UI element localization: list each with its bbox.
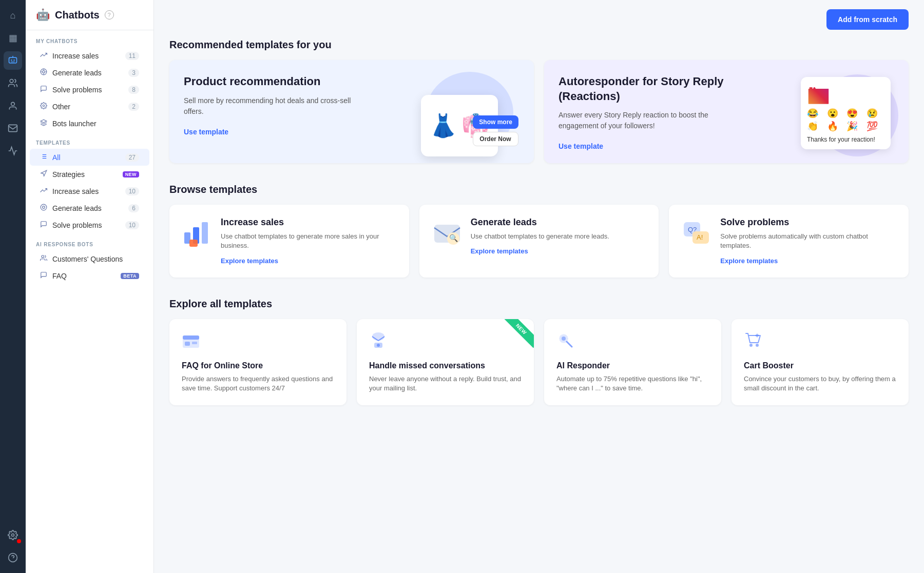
svg-point-15	[43, 105, 45, 107]
svg-rect-40	[192, 342, 197, 344]
recommended-grid: Product recommendation Sell more by reco…	[169, 60, 909, 163]
explore-missed-conversations: NEW Handle missed conversations Never le…	[357, 319, 534, 405]
help-bottom-icon[interactable]	[4, 548, 22, 567]
use-template-link-0[interactable]: Use template	[184, 128, 228, 136]
card-title: Product recommendation	[184, 74, 369, 89]
svg-point-6	[12, 534, 14, 537]
svg-text:🔍: 🔍	[449, 234, 458, 243]
browse-card-desc-2: Solve problems automatically with custom…	[720, 232, 896, 250]
instagram-illustration: 📷 😂 😮 😍 😢 👏 🔥 🎉 💯	[785, 70, 898, 163]
sidebar-item-customers-questions[interactable]: Customers' Questions	[30, 250, 149, 267]
browse-card-title-0: Increase sales	[221, 217, 397, 228]
explore-card-title-2: AI Responder	[556, 361, 709, 370]
template-generate-leads-icon	[40, 204, 47, 212]
explore-grid: FAQ for Online Store Provide answers to …	[169, 319, 909, 405]
recommended-section-title: Recommended templates for you	[169, 39, 909, 51]
svg-point-3	[10, 80, 13, 83]
explore-card-desc-0: Provide answers to frequently asked ques…	[182, 374, 334, 393]
my-chatbots-label: MY CHATBOTS	[26, 30, 153, 47]
svg-point-2	[13, 60, 15, 61]
order-now-btn[interactable]: Order Now	[473, 132, 518, 146]
new-ribbon: NEW	[503, 319, 534, 350]
main-body: Recommended templates for you Product re…	[154, 39, 924, 421]
product-illustration: 👗 👘 Show more Order Now	[411, 70, 524, 163]
browse-increase-sales: Increase sales Use chatbot templates to …	[169, 205, 409, 277]
main-header: Add from scratch	[154, 0, 924, 39]
svg-rect-39	[185, 342, 190, 346]
add-from-scratch-button[interactable]: Add from scratch	[826, 9, 909, 30]
autoresponder-card: Autoresponder for Story Reply (Reactions…	[544, 60, 909, 163]
sidebar-item-solve-problems[interactable]: Solve problems 8	[30, 81, 149, 98]
template-increase-sales-icon	[40, 187, 47, 195]
analytics-icon[interactable]	[4, 142, 22, 160]
browse-card-body: Increase sales Use chatbot templates to …	[221, 217, 397, 265]
explore-ai-responder: AI Responder Automate up to 75% repetiti…	[544, 319, 721, 405]
card-title: Autoresponder for Story Reply (Reactions…	[559, 74, 743, 104]
chatbot-nav-icon[interactable]	[4, 51, 22, 70]
sidebar-item-generate-leads[interactable]: Generate leads 3	[30, 64, 149, 81]
browse-explore-link-0[interactable]: Explore templates	[221, 257, 278, 265]
contact-icon[interactable]	[4, 96, 22, 115]
browse-grid: Increase sales Use chatbot templates to …	[169, 205, 909, 277]
explore-card-desc-2: Automate up to 75% repetitive questions …	[556, 374, 709, 393]
sidebar-header: 🤖 Chatbots ?	[26, 0, 153, 30]
svg-rect-5	[9, 125, 17, 131]
home-icon[interactable]: ⌂	[4, 6, 22, 25]
sidebar-item-template-solve-problems[interactable]: Solve problems 10	[30, 216, 149, 233]
sidebar-item-faq[interactable]: FAQ BETA	[30, 267, 149, 284]
svg-point-43	[377, 344, 380, 347]
browse-card-desc-1: Use chatbot templates to generate more l…	[471, 232, 609, 241]
strategies-icon	[40, 170, 47, 179]
browse-card-title-2: Solve problems	[720, 217, 896, 228]
sidebar-item-template-generate-leads[interactable]: Generate leads 6	[30, 200, 149, 216]
browse-explore-link-2[interactable]: Explore templates	[720, 257, 778, 265]
bots-launcher-icon	[40, 119, 47, 128]
sidebar: 🤖 Chatbots ? MY CHATBOTS Increase sales …	[26, 0, 154, 573]
sidebar-item-all[interactable]: All 27	[30, 149, 149, 166]
explore-card-title-3: Cart Booster	[744, 361, 896, 370]
sidebar-item-increase-sales[interactable]: Increase sales 11	[30, 47, 149, 64]
app-title: Chatbots	[55, 9, 100, 21]
explore-card-title-0: FAQ for Online Store	[182, 361, 334, 370]
app-logo: 🤖	[36, 8, 50, 22]
ai-bots-label: AI RESPONSE BOTS	[26, 233, 153, 250]
browse-generate-leads: 🔍 Generate leads Use chatbot templates t…	[419, 205, 659, 277]
explore-faq-store: FAQ for Online Store Provide answers to …	[169, 319, 346, 405]
other-icon	[40, 102, 47, 111]
people-icon[interactable]	[4, 74, 22, 92]
browse-explore-link-1[interactable]: Explore templates	[471, 247, 528, 255]
browse-solve-problems: Q? A! Solve problems Solve problems auto…	[669, 205, 909, 277]
sidebar-item-strategies[interactable]: Strategies NEW	[30, 166, 149, 183]
use-template-link-1[interactable]: Use template	[559, 142, 603, 150]
card-desc: Answer every Story Reply reaction to boo…	[559, 110, 743, 131]
templates-label: TEMPLATES	[26, 132, 153, 149]
browse-card-body-1: Generate leads Use chatbot templates to …	[471, 217, 609, 255]
svg-rect-0	[9, 57, 17, 63]
all-icon	[40, 153, 47, 162]
svg-point-45	[562, 337, 566, 341]
help-icon[interactable]: ?	[105, 10, 114, 19]
svg-marker-48	[755, 333, 759, 338]
card-content: Autoresponder for Story Reply (Reactions…	[559, 74, 743, 151]
sidebar-item-template-increase-sales[interactable]: Increase sales 10	[30, 183, 149, 200]
svg-point-25	[42, 255, 44, 258]
svg-rect-28	[202, 222, 208, 244]
svg-rect-38	[183, 335, 199, 340]
explore-section-title: Explore all templates	[169, 298, 909, 310]
card-desc: Sell more by recommending hot deals and …	[184, 95, 369, 117]
sidebar-item-bots-launcher[interactable]: Bots launcher	[30, 115, 149, 132]
browse-card-desc-0: Use chatbot templates to generate more s…	[221, 232, 397, 250]
template-solve-problems-icon	[40, 221, 47, 229]
email-icon[interactable]	[4, 119, 22, 137]
sidebar-item-other[interactable]: Other 2	[30, 98, 149, 115]
svg-text:A!: A!	[697, 233, 703, 241]
solve-problems-icon	[40, 85, 47, 94]
browse-card-body-2: Solve problems Solve problems automatica…	[720, 217, 896, 265]
settings-icon[interactable]	[4, 526, 22, 544]
main-content: Add from scratch Recommended templates f…	[154, 0, 924, 573]
show-more-btn[interactable]: Show more	[473, 115, 518, 129]
dashboard-icon[interactable]: ▦	[4, 29, 22, 47]
svg-point-4	[11, 102, 15, 106]
cart-booster-icon	[744, 331, 896, 354]
svg-rect-29	[189, 240, 198, 247]
